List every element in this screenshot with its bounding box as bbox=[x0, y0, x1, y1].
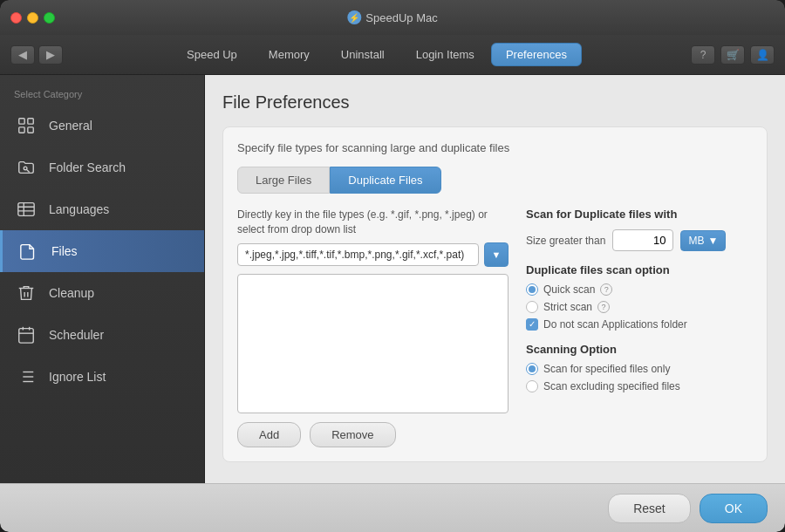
no-app-folder-label: Do not scan Applications folder bbox=[543, 318, 687, 331]
sidebar-item-languages[interactable]: Languages bbox=[0, 188, 204, 230]
main-tabs: Speed Up Memory Uninstall Login Items Pr… bbox=[172, 43, 582, 66]
titlebar: ⚡ SpeedUp Mac bbox=[0, 0, 785, 35]
tab-large-files[interactable]: Large Files bbox=[237, 167, 330, 194]
sidebar-item-label: Scheduler bbox=[49, 328, 104, 342]
no-app-folder-row[interactable]: Do not scan Applications folder bbox=[526, 318, 753, 331]
radio-quick-scan-input[interactable] bbox=[526, 283, 538, 296]
unit-chevron-icon: ▼ bbox=[707, 235, 718, 247]
cart-icon: 🛒 bbox=[727, 49, 740, 61]
cart-button[interactable]: 🛒 bbox=[720, 45, 745, 65]
app-window: ⚡ SpeedUp Mac ◀ ▶ Speed Up Memory Uninst… bbox=[0, 0, 785, 532]
quick-scan-help-icon[interactable]: ? bbox=[600, 283, 612, 296]
radio-excluding-input[interactable] bbox=[526, 380, 538, 392]
sidebar-item-folder-search[interactable]: Folder Search bbox=[0, 147, 204, 188]
back-icon: ◀ bbox=[18, 48, 27, 61]
size-row: Size greater than MB ▼ bbox=[526, 229, 753, 251]
radio-strict-scan-input[interactable] bbox=[526, 301, 538, 313]
tab-speedup[interactable]: Speed Up bbox=[172, 43, 252, 66]
svg-rect-3 bbox=[28, 127, 33, 133]
svg-line-5 bbox=[27, 170, 30, 173]
sidebar-item-general[interactable]: General bbox=[0, 105, 204, 147]
sidebar-item-ignore-list[interactable]: Ignore List bbox=[0, 356, 204, 398]
radio-specified-only-input[interactable] bbox=[526, 363, 538, 375]
languages-icon bbox=[14, 197, 38, 222]
svg-rect-6 bbox=[18, 203, 34, 216]
content-area: File Preferences Specify file types for … bbox=[205, 75, 785, 483]
sidebar-item-files[interactable]: Files bbox=[0, 230, 204, 272]
scheduler-icon bbox=[14, 323, 38, 347]
right-column: Scan for Duplicate files with Size great… bbox=[526, 208, 753, 447]
sidebar-item-label: Folder Search bbox=[49, 160, 126, 174]
field-label: Directly key in the file types (e.g. *.g… bbox=[237, 208, 509, 237]
window-title: ⚡ SpeedUp Mac bbox=[347, 10, 437, 24]
left-column: Directly key in the file types (e.g. *.g… bbox=[237, 208, 509, 447]
add-button[interactable]: Add bbox=[237, 422, 301, 447]
radio-strict-scan[interactable]: Strict scan ? bbox=[526, 301, 753, 313]
forward-icon: ▶ bbox=[46, 48, 55, 61]
tab-login-items[interactable]: Login Items bbox=[401, 43, 489, 66]
dropdown-button[interactable]: ▼ bbox=[484, 242, 509, 267]
minimize-button[interactable] bbox=[27, 12, 38, 24]
sidebar-item-cleanup[interactable]: Cleanup bbox=[0, 272, 204, 314]
sidebar: Select Category General Folder Search La… bbox=[0, 75, 205, 483]
quick-scan-label: Quick scan bbox=[543, 283, 595, 296]
size-label: Size greater than bbox=[526, 235, 605, 247]
sidebar-category-label: Select Category bbox=[0, 82, 204, 105]
toolbar: ◀ ▶ Speed Up Memory Uninstall Login Item… bbox=[0, 35, 785, 75]
forward-button[interactable]: ▶ bbox=[38, 45, 63, 65]
tab-preferences[interactable]: Preferences bbox=[491, 43, 582, 66]
toolbar-right: ? 🛒 👤 bbox=[691, 45, 775, 65]
files-icon bbox=[17, 239, 41, 263]
maximize-button[interactable] bbox=[44, 12, 55, 24]
tab-uninstall[interactable]: Uninstall bbox=[326, 43, 399, 66]
radio-quick-scan[interactable]: Quick scan ? bbox=[526, 283, 753, 296]
general-icon bbox=[14, 113, 38, 138]
sidebar-item-scheduler[interactable]: Scheduler bbox=[0, 314, 204, 356]
app-logo-icon: ⚡ bbox=[347, 10, 361, 24]
no-app-folder-checkbox[interactable] bbox=[526, 318, 538, 331]
svg-rect-1 bbox=[19, 127, 24, 133]
button-row: Add Remove bbox=[237, 422, 509, 447]
specified-only-label: Scan for specified files only bbox=[543, 363, 670, 375]
excluding-label: Scan excluding specified files bbox=[543, 380, 680, 392]
remove-button[interactable]: Remove bbox=[310, 422, 395, 447]
radio-excluding[interactable]: Scan excluding specified files bbox=[526, 380, 753, 392]
scan-section-title: Scan for Duplicate files with bbox=[526, 208, 753, 221]
size-input[interactable] bbox=[612, 229, 673, 251]
cleanup-icon bbox=[14, 281, 38, 305]
svg-rect-0 bbox=[19, 119, 24, 124]
reset-button[interactable]: Reset bbox=[608, 494, 691, 523]
page-title: File Preferences bbox=[222, 92, 768, 113]
main-content: Select Category General Folder Search La… bbox=[0, 75, 785, 483]
help-button[interactable]: ? bbox=[691, 45, 715, 65]
svg-point-4 bbox=[24, 167, 27, 170]
radio-specified-only[interactable]: Scan for specified files only bbox=[526, 363, 753, 375]
bottom-bar: Reset OK bbox=[0, 483, 785, 532]
content-card: Specify file types for scanning large an… bbox=[222, 126, 768, 462]
chevron-down-icon: ▼ bbox=[492, 249, 502, 260]
user-icon: 👤 bbox=[756, 49, 769, 61]
file-types-input[interactable] bbox=[237, 243, 479, 266]
user-button[interactable]: 👤 bbox=[750, 45, 775, 65]
ignore-list-icon bbox=[14, 365, 38, 389]
folder-search-icon bbox=[14, 155, 38, 180]
toolbar-left: ◀ ▶ bbox=[10, 45, 63, 65]
strict-scan-label: Strict scan bbox=[543, 301, 592, 313]
sidebar-item-label: Languages bbox=[49, 202, 109, 216]
sidebar-item-label: Files bbox=[51, 244, 78, 258]
unit-dropdown[interactable]: MB ▼ bbox=[680, 230, 726, 251]
tab-memory[interactable]: Memory bbox=[254, 43, 324, 66]
file-type-row: ▼ bbox=[237, 242, 509, 267]
sidebar-item-label: Ignore List bbox=[49, 370, 106, 384]
tab-duplicate-files[interactable]: Duplicate Files bbox=[330, 167, 440, 194]
file-list-area[interactable] bbox=[237, 274, 509, 413]
strict-scan-help-icon[interactable]: ? bbox=[597, 301, 610, 313]
help-icon: ? bbox=[700, 49, 706, 61]
scanning-option-title: Scanning Option bbox=[526, 343, 753, 356]
card-subtitle: Specify file types for scanning large an… bbox=[237, 141, 753, 154]
close-button[interactable] bbox=[10, 12, 22, 24]
back-button[interactable]: ◀ bbox=[10, 45, 35, 65]
ok-button[interactable]: OK bbox=[700, 494, 768, 523]
two-column-layout: Directly key in the file types (e.g. *.g… bbox=[237, 208, 753, 447]
sidebar-item-label: Cleanup bbox=[49, 286, 94, 300]
